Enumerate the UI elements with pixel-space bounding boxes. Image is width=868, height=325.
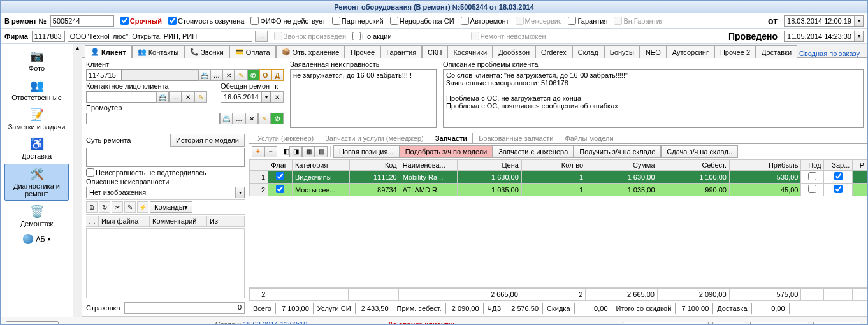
promised-clear-button[interactable]: ✕ (271, 91, 284, 103)
tab-deliveries[interactable]: Доставки (756, 45, 797, 58)
partner-checkbox[interactable]: Партнерский (332, 17, 384, 25)
urgent-checkbox[interactable]: Срочный (120, 17, 162, 25)
tab-other2[interactable]: Прочее 2 (714, 45, 756, 58)
fault-desc-select[interactable]: Нет изображения▾ (86, 187, 245, 198)
get-parts-stock-button[interactable]: Получить з/ч на складе (574, 145, 661, 158)
tab-orderex[interactable]: Orderex (535, 45, 572, 58)
parts-row[interactable]: 1 Видеочипы 111120 Mobility Ra... 1 630,… (250, 171, 867, 184)
sidebar-item-diagnostics[interactable]: 🛠️Диагностика и ремонт (4, 164, 69, 201)
subtab-model-files[interactable]: Файлы модели (559, 133, 619, 143)
flag-checkbox[interactable] (276, 172, 284, 180)
client-call-button[interactable]: ✆ (247, 69, 259, 81)
filelist-body[interactable] (86, 228, 245, 298)
filelist-col-comment[interactable]: Комментарий (150, 216, 207, 226)
pod-checkbox[interactable] (808, 185, 816, 193)
sidebar-ab[interactable]: АБ▾ (1, 234, 73, 244)
not-confirmed-checkbox[interactable]: Неисправность не подтвердилась (86, 168, 245, 177)
problem-textarea[interactable]: Со слов клиента: "не загружается, до 16-… (443, 69, 864, 128)
contact-input[interactable] (86, 91, 156, 103)
tb-icon3[interactable]: ▦ (302, 146, 315, 157)
tab-callback[interactable]: Дообзвон (493, 45, 535, 58)
promoter-edit-button[interactable]: ✎ (258, 113, 271, 124)
file-edit-button[interactable]: ✎ (124, 201, 136, 213)
save-button[interactable]: Сохранить (750, 322, 809, 326)
promised-date-picker[interactable]: 16.05.2014▾ (221, 91, 271, 103)
tab-outsource[interactable]: Аутсорсинг (667, 45, 714, 58)
contact-edit-button[interactable]: ✎ (194, 91, 207, 103)
promoter-input[interactable] (86, 113, 220, 124)
side-defect-checkbox[interactable]: Недоработка СИ (390, 17, 454, 25)
client-d-button[interactable]: Д (271, 69, 284, 81)
file-refresh-button[interactable]: ↻ (99, 201, 110, 213)
fault-textarea[interactable]: не загружается, до 16-00 забрать!!!!! (290, 69, 437, 128)
posted-date-picker[interactable]: 11.05.2014 14:23:30▾ (784, 31, 864, 42)
cost-voiced-checkbox[interactable]: Стоимость озвучена (168, 17, 244, 25)
firm-name-input[interactable] (68, 31, 252, 42)
tb-icon1[interactable]: ◧ (283, 147, 289, 155)
parts-grid[interactable]: Флаг Категория Код Наименова... Цена Кол… (249, 159, 867, 288)
tab-calls[interactable]: 📞Звонки (184, 45, 229, 58)
add-row-button[interactable]: + (252, 146, 264, 157)
filelist-col-name[interactable]: Имя файла (99, 216, 150, 226)
client-id-input[interactable] (86, 69, 122, 81)
tab-stock[interactable]: Склад (572, 45, 604, 58)
file-cut-button[interactable]: ✂ (112, 201, 123, 213)
contact-clear-button[interactable]: ✕ (182, 91, 194, 103)
tab-other[interactable]: Прочее (345, 45, 380, 58)
sidebar-item-delivery[interactable]: ♿Доставка (4, 134, 69, 162)
tb-icon2[interactable]: ◨ (289, 146, 302, 157)
flag-checkbox[interactable] (276, 185, 284, 193)
pick-by-model-button[interactable]: Подобрать з/ч по модели (400, 145, 493, 158)
contact-more-button[interactable]: … (169, 91, 182, 103)
sidebar-item-dismantle[interactable]: 🗑️Демонтаж (4, 202, 69, 230)
subtab-parts[interactable]: Запчасти (430, 133, 473, 143)
remove-row-button[interactable]: − (264, 146, 277, 157)
pod-checkbox[interactable] (808, 172, 816, 180)
promoter-more-button[interactable]: … (233, 113, 245, 124)
subtab-defective[interactable]: Бракованные запчасти (473, 133, 559, 143)
promise-button[interactable]: Создать обещание (623, 322, 709, 326)
contact-lookup-button[interactable]: 📇 (156, 91, 169, 103)
client-o-button[interactable]: О (259, 69, 271, 81)
tab-blamers[interactable]: Косячники (447, 45, 493, 58)
client-clear-button[interactable]: ✕ (222, 69, 235, 81)
promo-checkbox[interactable]: По акции (352, 32, 392, 40)
new-position-button[interactable]: Новая позиция... (333, 145, 400, 158)
essence-textarea[interactable] (86, 148, 245, 167)
client-name-input[interactable] (122, 69, 198, 81)
summary-link[interactable]: Сводная по заказу (799, 50, 867, 57)
client-lookup-button[interactable]: 📇 (198, 69, 210, 81)
sidebar-scroll[interactable]: ▴ (73, 44, 82, 317)
sidebar-item-responsible[interactable]: 👥Ответственные (4, 76, 69, 104)
filelist-col-from[interactable]: Из (207, 216, 245, 226)
tab-contacts[interactable]: 👥Контакты (132, 45, 185, 58)
zar-checkbox[interactable] (834, 185, 843, 193)
fifo-checkbox[interactable]: ФИФО не действует (250, 17, 325, 25)
tab-storage[interactable]: 📦Отв. хранение (276, 45, 345, 58)
filelist-col-dots[interactable]: … (86, 216, 99, 226)
tab-bonus[interactable]: Бонусы (604, 45, 640, 58)
subtab-parts-mgr[interactable]: Запчасти и услуги (менеджер) (319, 133, 429, 143)
tab-client[interactable]: 👤Клиент (85, 45, 132, 58)
tb-icon4[interactable]: ▤ (315, 146, 328, 157)
tab-payment[interactable]: 💳Оплата (229, 45, 276, 58)
parts-from-engineer-button[interactable]: Запчасти с инженера (493, 145, 574, 158)
file-add-button[interactable]: 🗎 (86, 201, 98, 213)
commands-button[interactable]: ⚡Команды (6, 321, 59, 325)
tab-warranty[interactable]: Гарантия (380, 45, 422, 58)
promoter-lookup-button[interactable]: 📇 (220, 113, 233, 124)
warranty-checkbox[interactable]: Гарантия (568, 17, 607, 25)
promoter-clear-button[interactable]: ✕ (245, 113, 258, 124)
repair-number-input[interactable] (50, 15, 114, 27)
cancel-button[interactable]: Отмена (813, 322, 862, 326)
model-history-button[interactable]: История по модели (170, 134, 245, 147)
subtab-services-eng[interactable]: Услуги (инженер) (252, 133, 319, 143)
client-edit-button[interactable]: ✎ (235, 69, 247, 81)
firm-code-input[interactable] (32, 31, 65, 42)
zar-checkbox[interactable] (834, 172, 843, 180)
sidebar-item-notes[interactable]: 📝Заметки и задачи (4, 105, 69, 133)
tab-neo[interactable]: NEO (640, 45, 667, 58)
promoter-call-button[interactable]: ✆ (271, 113, 284, 124)
client-more-button[interactable]: … (210, 69, 222, 81)
ok-button[interactable]: ОК (712, 322, 746, 326)
